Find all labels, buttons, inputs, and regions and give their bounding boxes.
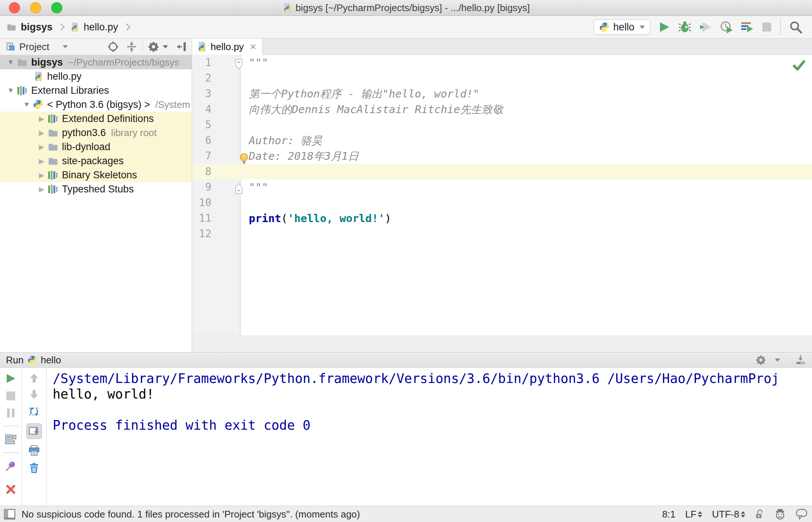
chevron-collapsed-icon[interactable]: ▶: [35, 185, 48, 194]
code-token-comment: """: [249, 56, 268, 69]
tree-item-typeshed-stubs[interactable]: ▶ Typeshed Stubs: [0, 182, 192, 196]
chevron-collapsed-icon[interactable]: ▶: [35, 171, 48, 179]
dock-panel-button[interactable]: [795, 354, 806, 366]
tree-item-site-packages[interactable]: ▶ site-packages: [0, 154, 192, 168]
code-text[interactable]: [240, 70, 812, 86]
code-editor[interactable]: 1""" 23第一个Python程序 - 输出"hello, world!"4向…: [192, 55, 812, 336]
toolbar-separator: [780, 19, 781, 35]
fold-start-icon[interactable]: [234, 59, 243, 70]
line-number[interactable]: 1: [192, 55, 240, 70]
line-number[interactable]: 8: [192, 164, 240, 179]
chevron-collapsed-icon[interactable]: ▶: [35, 143, 48, 151]
notifications-bubble-icon[interactable]: [796, 509, 808, 520]
line-number[interactable]: 6: [192, 133, 240, 148]
line-number[interactable]: 9: [192, 179, 240, 195]
tree-item--python-3-6-bigsys-[interactable]: ▼ < Python 3.6 (bigsys) >/System: [0, 98, 192, 112]
code-text[interactable]: 向伟大的Dennis MacAlistair Ritchie先生致敬: [240, 102, 812, 117]
line-number[interactable]: 12: [192, 226, 240, 242]
locate-file-button[interactable]: [108, 41, 119, 52]
code-token-comment: 向伟大的Dennis MacAlistair Ritchie先生致敬: [249, 103, 503, 116]
code-text[interactable]: [240, 117, 812, 133]
stop-process-button[interactable]: [6, 391, 16, 401]
code-text[interactable]: [240, 195, 812, 211]
run-configuration-select[interactable]: hello: [594, 19, 650, 35]
run-panel-config-name: hello: [41, 354, 61, 366]
profiler-button[interactable]: [720, 21, 733, 33]
line-separator-select[interactable]: LF: [685, 509, 702, 520]
chevron-collapsed-icon[interactable]: ▶: [35, 157, 48, 165]
run-with-coverage-button[interactable]: [699, 21, 712, 33]
code-text[interactable]: [240, 164, 812, 179]
editor-scroll-strip[interactable]: [192, 336, 812, 352]
close-icon[interactable]: ×: [250, 41, 257, 52]
tree-item-binary-skeletons[interactable]: ▶ Binary Skeletons: [0, 168, 192, 182]
project-tree: ▼ bigsys~/PycharmProjects/bigsys hello.p…: [0, 55, 192, 352]
hector-inspector-icon[interactable]: [774, 508, 786, 520]
line-number[interactable]: 3: [192, 86, 240, 102]
run-console-output[interactable]: /System/Library/Frameworks/Python.framew…: [47, 368, 812, 506]
tree-item-bigsys[interactable]: ▼ bigsys~/PycharmProjects/bigsys: [0, 55, 192, 69]
scroll-to-end-button[interactable]: [26, 423, 42, 439]
soft-wrap-button[interactable]: [28, 406, 40, 417]
titlebar: bigsys [~/PycharmProjects/bigsys] - .../…: [0, 0, 812, 16]
library-icon: [48, 184, 58, 194]
code-text[interactable]: 第一个Python程序 - 输出"hello, world!": [240, 86, 812, 102]
print-button[interactable]: [29, 445, 40, 456]
fold-end-icon[interactable]: [234, 182, 243, 194]
run-settings-gear-button[interactable]: [756, 355, 766, 365]
run-toolbar-left: [0, 368, 22, 506]
python-logo-icon: [27, 355, 37, 365]
code-text[interactable]: Author: 骆昊: [240, 133, 812, 148]
code-text[interactable]: [240, 226, 812, 242]
lock-icon[interactable]: [755, 509, 765, 519]
prev-occurrence-button[interactable]: [29, 373, 39, 383]
tree-item-external-libraries[interactable]: ▼ External Libraries: [0, 83, 192, 98]
window-title: bigsys [~/PycharmProjects/bigsys] - .../…: [296, 2, 530, 14]
run-button[interactable]: [658, 21, 670, 33]
encoding-select[interactable]: UTF-8: [712, 509, 745, 520]
chevron-expanded-icon[interactable]: ▼: [4, 58, 17, 66]
chevron-collapsed-icon[interactable]: ▶: [35, 129, 48, 137]
code-line-2: 2: [192, 70, 812, 86]
code-text[interactable]: """: [240, 179, 812, 195]
line-number[interactable]: 7: [192, 148, 240, 164]
rerun-button[interactable]: [5, 373, 16, 384]
concurrency-diagram-button[interactable]: [741, 21, 753, 33]
pause-output-button[interactable]: [6, 408, 16, 418]
stop-button[interactable]: [762, 22, 772, 32]
tree-item-python3-6[interactable]: ▶ python3.6library root: [0, 126, 192, 140]
collapse-all-button[interactable]: [126, 41, 137, 52]
close-panel-button[interactable]: [6, 484, 16, 495]
pin-tab-button[interactable]: [5, 460, 16, 472]
next-occurrence-button[interactable]: [29, 389, 39, 400]
tree-item-extended-definitions[interactable]: ▶ Extended Definitions: [0, 112, 192, 126]
code-text[interactable]: print('hello, world!'): [240, 211, 812, 226]
intention-bulb-icon[interactable]: [239, 153, 249, 165]
caret-position[interactable]: 8:1: [662, 509, 676, 520]
tree-item-hello-py[interactable]: hello.py: [0, 69, 192, 83]
line-number[interactable]: 5: [192, 117, 240, 133]
code-text[interactable]: """: [240, 55, 812, 70]
line-number[interactable]: 4: [192, 102, 240, 117]
chevron-collapsed-icon[interactable]: ▶: [35, 115, 48, 123]
inspection-ok-icon: [793, 59, 805, 72]
breadcrumb-file[interactable]: hello.py: [84, 22, 118, 33]
tab-hello-py[interactable]: hello.py ×: [192, 39, 263, 55]
restore-layout-button[interactable]: [5, 434, 16, 445]
code-text[interactable]: Date: 2018年3月1日: [240, 148, 812, 164]
clear-console-button[interactable]: [29, 462, 39, 474]
search-everywhere-button[interactable]: [789, 20, 802, 34]
chevron-down-icon[interactable]: [63, 45, 68, 48]
chevron-expanded-icon[interactable]: ▼: [4, 86, 17, 95]
settings-gear-button[interactable]: [148, 41, 159, 52]
console-line-3: [53, 402, 812, 417]
line-number[interactable]: 2: [192, 70, 240, 86]
chevron-expanded-icon[interactable]: ▼: [20, 100, 33, 109]
hide-panel-button[interactable]: [176, 41, 187, 52]
breadcrumb-project[interactable]: bigsys: [21, 22, 53, 33]
tree-item-lib-dynload[interactable]: ▶ lib-dynload: [0, 140, 192, 154]
line-number[interactable]: 11: [192, 211, 240, 226]
tool-window-switcher-icon[interactable]: [4, 509, 16, 520]
debug-button[interactable]: [679, 21, 691, 33]
line-number[interactable]: 10: [192, 195, 240, 211]
